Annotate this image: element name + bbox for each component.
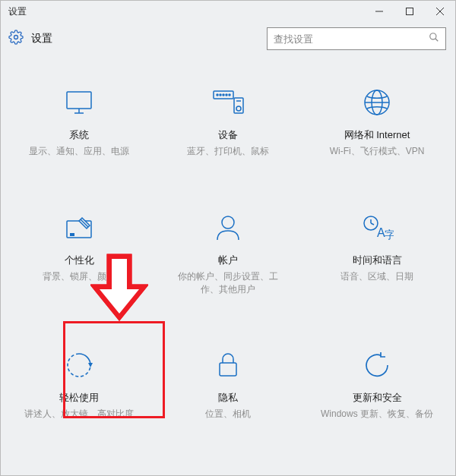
tile-accounts[interactable]: 帐户 你的帐户、同步设置、工作、其他用户 — [167, 211, 289, 296]
accounts-icon — [215, 211, 241, 244]
search-input[interactable] — [274, 33, 429, 45]
svg-rect-32 — [220, 363, 236, 376]
minimize-icon — [375, 8, 383, 15]
tile-time-language[interactable]: A 字 时间和语言 语音、区域、日期 — [316, 211, 438, 296]
svg-point-4 — [14, 36, 18, 39]
svg-line-6 — [435, 39, 439, 42]
tile-title: 系统 — [69, 128, 89, 142]
privacy-icon — [217, 348, 239, 382]
tile-title: 网络和 Internet — [344, 128, 410, 142]
svg-point-14 — [226, 94, 227, 96]
tile-desc: 语音、区域、日期 — [337, 270, 416, 283]
tile-ease-of-access[interactable]: 轻松使用 讲述人、放大镜、高对比度 — [18, 348, 140, 421]
svg-rect-24 — [70, 233, 74, 236]
tile-title: 设备 — [218, 128, 238, 142]
header-left: 设置 — [8, 30, 52, 48]
gear-icon — [8, 30, 24, 48]
titlebar: 设置 — [1, 1, 455, 22]
tile-title: 个性化 — [65, 254, 94, 267]
maximize-icon — [406, 8, 413, 15]
search-icon — [429, 32, 439, 46]
tile-desc: 你的帐户、同步设置、工作、其他用户 — [167, 270, 289, 296]
svg-rect-1 — [407, 8, 413, 15]
svg-point-13 — [223, 94, 224, 96]
minimize-button[interactable] — [364, 1, 394, 22]
svg-rect-7 — [67, 92, 91, 109]
maximize-button[interactable] — [394, 1, 425, 22]
ease-of-access-icon — [65, 348, 93, 382]
svg-point-25 — [222, 216, 234, 229]
tile-update-security[interactable]: 更新和安全 Windows 更新、恢复、备份 — [316, 348, 438, 421]
settings-window: 设置 设置 — [0, 0, 456, 476]
tile-desc: 蓝牙、打印机、鼠标 — [184, 145, 272, 158]
tile-devices[interactable]: 设备 蓝牙、打印机、鼠标 — [167, 86, 289, 158]
svg-point-15 — [229, 94, 230, 96]
system-icon — [64, 86, 94, 119]
tile-title: 帐户 — [218, 254, 238, 267]
tile-desc: 位置、相机 — [202, 408, 254, 421]
tile-system[interactable]: 系统 显示、通知、应用、电源 — [18, 86, 140, 158]
tile-title: 更新和安全 — [353, 391, 402, 405]
search-box[interactable] — [267, 27, 446, 50]
svg-point-17 — [236, 106, 241, 111]
tile-title: 时间和语言 — [353, 254, 402, 267]
window-title: 设置 — [8, 5, 27, 18]
tile-personalization[interactable]: 个性化 背景、锁屏、颜色 — [18, 211, 140, 296]
svg-marker-31 — [88, 363, 93, 367]
svg-line-28 — [371, 223, 374, 225]
devices-icon — [211, 86, 245, 119]
svg-point-12 — [220, 94, 221, 96]
settings-grid: 系统 显示、通知、应用、电源 设备 蓝牙、打印机、鼠标 — [8, 86, 448, 421]
header-title: 设置 — [31, 32, 52, 46]
personalization-icon — [64, 211, 94, 244]
update-security-icon — [363, 348, 391, 382]
tile-desc: 显示、通知、应用、电源 — [26, 145, 132, 158]
svg-point-11 — [217, 94, 218, 96]
svg-text:字: 字 — [385, 229, 394, 241]
tile-network[interactable]: 网络和 Internet Wi-Fi、飞行模式、VPN — [316, 86, 438, 158]
tile-privacy[interactable]: 隐私 位置、相机 — [167, 348, 289, 421]
network-icon — [363, 86, 391, 119]
tile-title: 轻松使用 — [59, 391, 99, 405]
tile-desc: Windows 更新、恢复、备份 — [318, 408, 436, 421]
tile-desc: Wi-Fi、飞行模式、VPN — [327, 145, 428, 158]
header: 设置 — [1, 22, 455, 55]
svg-point-5 — [430, 33, 436, 39]
window-controls — [364, 1, 455, 22]
tile-desc: 背景、锁屏、颜色 — [40, 270, 119, 283]
tile-desc: 讲述人、放大镜、高对比度 — [21, 408, 137, 421]
tile-title: 隐私 — [218, 391, 238, 405]
content: 系统 显示、通知、应用、电源 设备 蓝牙、打印机、鼠标 — [1, 55, 455, 475]
close-button[interactable] — [425, 1, 455, 22]
close-icon — [436, 8, 444, 15]
time-language-icon: A 字 — [360, 211, 394, 244]
